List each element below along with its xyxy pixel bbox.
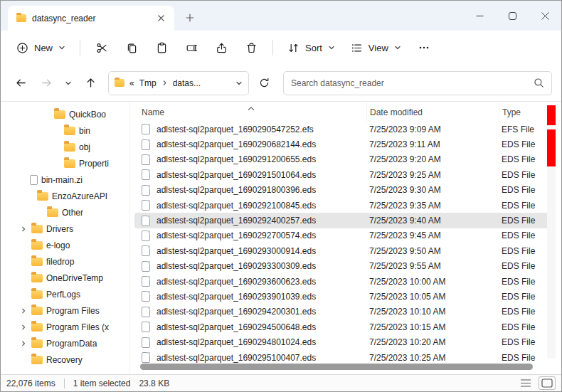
- file-row[interactable]: adlstest-sql2parquet_1690290547252.efs 7…: [134, 122, 548, 137]
- column-header-date-modified[interactable]: Date modified: [366, 103, 499, 122]
- folder-icon: [64, 159, 75, 168]
- explorer-tab[interactable]: datasync_reader: [8, 6, 174, 31]
- file-date: 7/25/2023 9:35 AM: [366, 201, 499, 211]
- share-button[interactable]: [207, 35, 235, 60]
- close-button[interactable]: [529, 1, 561, 31]
- tree-label: Other: [62, 208, 83, 218]
- file-type: EDS File: [499, 216, 548, 226]
- breadcrumb-segment[interactable]: Tmp: [139, 78, 157, 88]
- file-row[interactable]: adlstest-sql2parquet_1690293300309.eds 7…: [134, 259, 548, 274]
- rename-button[interactable]: [177, 35, 206, 60]
- tree-label: Recovery: [46, 355, 83, 365]
- file-icon: [142, 124, 150, 134]
- sidebar-folder-item[interactable]: filedrop: [1, 253, 129, 270]
- minimize-button[interactable]: [463, 1, 496, 31]
- share-icon: [216, 42, 228, 54]
- file-row[interactable]: adlstest-sql2parquet_1690293000914.eds 7…: [134, 243, 548, 258]
- sidebar-folder-item[interactable]: ProgramData: [1, 335, 129, 351]
- chevron-right-icon[interactable]: [19, 340, 28, 347]
- sidebar-folder-item[interactable]: e-logo: [1, 237, 129, 253]
- rectangle-icon: [541, 378, 553, 388]
- new-button[interactable]: New: [9, 37, 73, 59]
- scrollbar-thumb[interactable]: [140, 364, 533, 370]
- chevron-right-icon[interactable]: [19, 226, 28, 233]
- more-options-button[interactable]: [410, 35, 438, 60]
- breadcrumb-collapsed[interactable]: «: [129, 78, 134, 88]
- file-row[interactable]: adlstest-sql2parquet_1690290682144.eds 7…: [134, 137, 548, 152]
- file-row[interactable]: adlstest-sql2parquet_1690294801024.eds 7…: [134, 334, 548, 349]
- forward-button[interactable]: [36, 73, 57, 94]
- file-row[interactable]: adlstest-sql2parquet_1690293901039.eds 7…: [134, 289, 548, 304]
- file-row[interactable]: adlstest-sql2parquet_1690291200655.eds 7…: [134, 152, 548, 167]
- details-view-button[interactable]: [517, 376, 534, 390]
- breadcrumb-segment[interactable]: datas...: [173, 78, 201, 88]
- window-controls: [463, 1, 561, 31]
- chevron-down-icon[interactable]: [235, 80, 243, 87]
- sidebar-folder-item[interactable]: obj: [1, 139, 129, 155]
- sidebar-folder-item[interactable]: PerfLogs: [1, 286, 129, 302]
- status-divider: [64, 378, 65, 388]
- sort-button[interactable]: Sort: [280, 37, 342, 59]
- view-button[interactable]: View: [344, 37, 408, 59]
- sort-ascending-icon[interactable]: [247, 104, 255, 114]
- sidebar-folder-item[interactable]: OneDriveTemp: [1, 270, 129, 286]
- thumbnails-view-button[interactable]: [539, 376, 556, 390]
- sidebar-folder-item[interactable]: bin-main.zi: [1, 171, 129, 188]
- sidebar-folder-item[interactable]: Program Files (x: [1, 319, 129, 335]
- column-header-type[interactable]: Type: [499, 103, 548, 122]
- refresh-button[interactable]: [253, 73, 275, 94]
- arrow-left-icon: [15, 77, 27, 89]
- recent-locations-button[interactable]: [61, 73, 75, 94]
- sidebar-folder-item[interactable]: Properti: [1, 155, 129, 171]
- sidebar-folder-item[interactable]: Drivers: [1, 221, 129, 237]
- file-date: 7/25/2023 9:25 AM: [366, 170, 499, 180]
- up-button[interactable]: [80, 73, 101, 94]
- chevron-right-icon[interactable]: [19, 324, 28, 331]
- maximize-icon: [509, 12, 516, 20]
- scrollbar-highlight-top: [547, 105, 556, 125]
- sidebar-folder-item[interactable]: bin: [1, 122, 129, 139]
- delete-button[interactable]: [237, 35, 265, 60]
- sidebar-folder-item[interactable]: Recovery: [1, 351, 129, 368]
- titlebar: datasync_reader: [1, 1, 561, 31]
- file-row[interactable]: adlstest-sql2parquet_1690291501064.eds 7…: [134, 167, 548, 182]
- scrollbar-thumb[interactable]: [547, 129, 556, 166]
- back-button[interactable]: [10, 73, 31, 94]
- file-row[interactable]: adlstest-sql2parquet_1690294500648.eds 7…: [134, 319, 548, 334]
- file-row[interactable]: adlstest-sql2parquet_1690294200301.eds 7…: [134, 304, 548, 319]
- breadcrumb[interactable]: « Tmp datas...: [108, 71, 249, 95]
- file-name-cell: adlstest-sql2parquet_1690293300309.eds: [134, 261, 366, 272]
- close-icon: [158, 15, 164, 21]
- file-row[interactable]: adlstest-sql2parquet_1690292700574.eds 7…: [134, 228, 548, 243]
- folder-icon: [37, 192, 48, 201]
- status-bar: 22,076 items 1 item selected 23.8 KB: [1, 374, 561, 391]
- file-row[interactable]: adlstest-sql2parquet_1690291800396.eds 7…: [134, 183, 548, 198]
- copy-button[interactable]: [117, 35, 146, 60]
- file-name: adlstest-sql2parquet_1690295100407.eds: [157, 353, 316, 363]
- folder-icon: [64, 127, 75, 135]
- file-type: EDS File: [499, 337, 548, 347]
- vertical-scrollbar[interactable]: [547, 105, 556, 359]
- cut-button[interactable]: [88, 35, 116, 60]
- file-pane: Name Date modified Type adlstest-sql2par…: [130, 102, 561, 374]
- sidebar-folder-item[interactable]: Program Files: [1, 302, 129, 319]
- horizontal-scrollbar[interactable]: [137, 363, 540, 371]
- maximize-button[interactable]: [496, 1, 529, 31]
- paste-button[interactable]: [147, 35, 176, 60]
- file-row[interactable]: adlstest-sql2parquet_1690292400257.eds 7…: [134, 213, 548, 228]
- tree-label: PerfLogs: [46, 290, 80, 300]
- sidebar-folder-item[interactable]: QuickBoo: [1, 106, 129, 122]
- sidebar-folder-item[interactable]: EnzoAzureAPI: [1, 188, 129, 204]
- search-input[interactable]: [291, 78, 534, 88]
- sidebar-folder-item[interactable]: Other: [1, 204, 129, 221]
- new-tab-button[interactable]: [180, 8, 200, 28]
- tree-label: bin-main.zi: [41, 175, 83, 185]
- file-name: adlstest-sql2parquet_1690293000914.eds: [157, 246, 316, 256]
- file-row[interactable]: adlstest-sql2parquet_1690293600623.eds 7…: [134, 274, 548, 289]
- search-box[interactable]: [283, 71, 552, 95]
- tab-close-icon[interactable]: [153, 11, 169, 26]
- chevron-down-icon: [328, 44, 335, 51]
- file-name-cell: adlstest-sql2parquet_1690292100845.eds: [134, 200, 366, 211]
- file-row[interactable]: adlstest-sql2parquet_1690292100845.eds 7…: [134, 198, 548, 213]
- chevron-right-icon[interactable]: [19, 307, 28, 314]
